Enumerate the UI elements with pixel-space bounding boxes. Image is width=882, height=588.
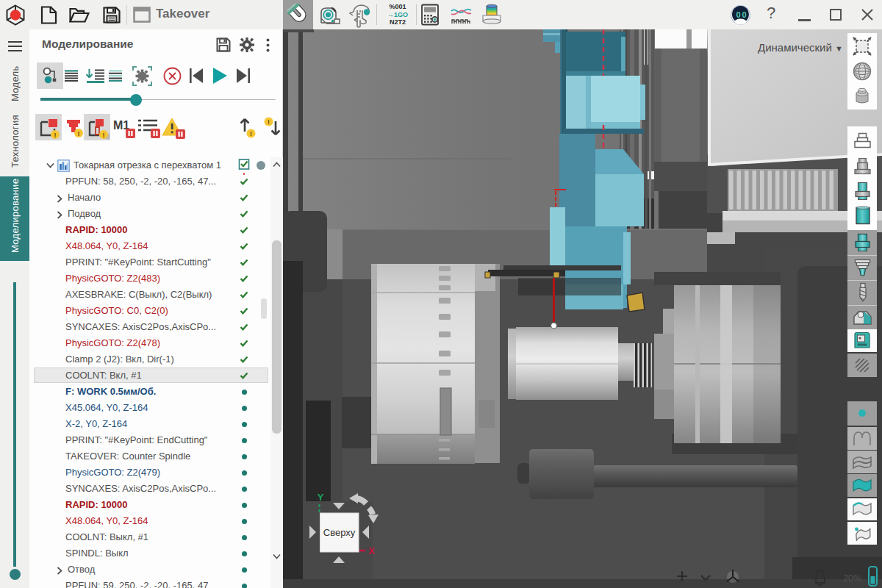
svg-text:!: ! [54, 132, 56, 139]
svg-text:!: ! [77, 130, 79, 137]
svg-text:!: ! [102, 132, 104, 139]
svg-text:Сверху: Сверху [323, 527, 356, 538]
svg-text:!: ! [250, 130, 252, 137]
svg-text:X: X [368, 545, 375, 556]
svg-text:0: 0 [736, 10, 740, 19]
svg-text:0: 0 [742, 10, 747, 19]
svg-text:20%: 20% [843, 573, 861, 584]
svg-text:Y: Y [318, 492, 324, 503]
svg-text:!: ! [268, 118, 270, 126]
